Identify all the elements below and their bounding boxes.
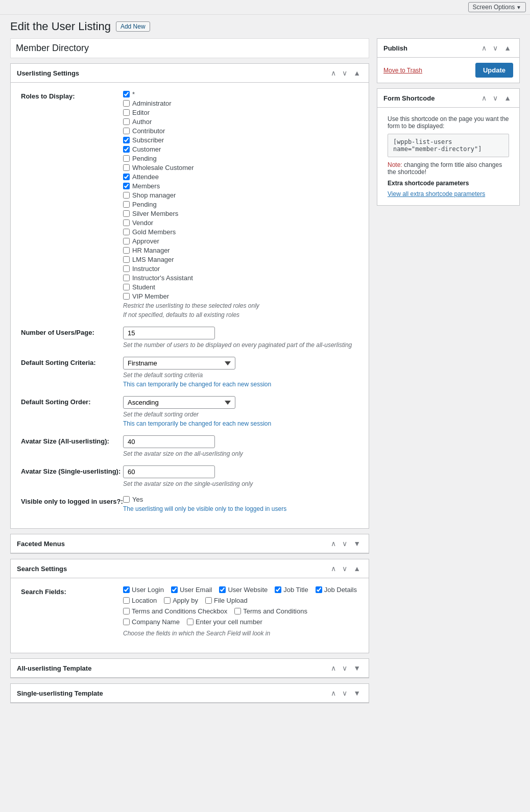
avatar-single-input[interactable]: [123, 465, 215, 478]
role-checkbox-author[interactable]: [123, 118, 130, 125]
all-template-collapse-up[interactable]: ∧: [329, 663, 338, 673]
screen-options-button[interactable]: Screen Options: [468, 2, 526, 12]
form-shortcode-header[interactable]: Form Shortcode ∧ ∨ ▲: [377, 89, 519, 108]
role-checkbox-contributor[interactable]: [123, 128, 130, 134]
search-checkbox-apply-by[interactable]: [164, 597, 171, 604]
main-layout: Userlisting Settings ∧ ∨ ▲ Roles to Disp…: [0, 38, 530, 719]
roles-list: * Administrator Editor: [123, 90, 358, 300]
shortcode-box[interactable]: [wppb-list-users name="member-directory"…: [388, 134, 509, 157]
role-label-pending1: Pending: [132, 155, 157, 162]
sorting-criteria-select[interactable]: Firstname Lastname Username Email: [123, 357, 235, 370]
search-checkbox-location[interactable]: [123, 597, 130, 604]
title-input[interactable]: [11, 39, 369, 58]
panel-toggle[interactable]: ▲: [351, 68, 363, 78]
avatar-all-input[interactable]: [123, 435, 215, 448]
add-new-button[interactable]: Add New: [116, 21, 150, 32]
single-userlisting-template-header[interactable]: Single-userlisting Template ∧ ∨ ▼: [11, 684, 369, 703]
search-toggle[interactable]: ▲: [351, 563, 363, 574]
search-label-job-title: Job Title: [283, 586, 308, 594]
role-label-administrator: Administrator: [132, 100, 172, 107]
role-checkbox-silver[interactable]: [123, 210, 130, 217]
role-checkbox-star[interactable]: [123, 91, 130, 97]
single-template-collapse-up[interactable]: ∧: [329, 688, 338, 698]
role-checkbox-gold[interactable]: [123, 229, 130, 235]
search-label-cell-number: Enter your cell number: [196, 618, 262, 626]
role-checkbox-approver[interactable]: [123, 238, 130, 244]
search-checkbox-file-upload[interactable]: [205, 597, 212, 604]
search-checkbox-tnc[interactable]: [234, 608, 241, 614]
shortcode-collapse-up[interactable]: ∧: [479, 93, 489, 103]
faceted-toggle[interactable]: ▼: [351, 538, 363, 549]
search-checkbox-user-website[interactable]: [219, 586, 226, 593]
role-checkbox-hr-manager[interactable]: [123, 247, 130, 254]
publish-collapse-up[interactable]: ∧: [479, 43, 489, 53]
search-collapse-up[interactable]: ∧: [329, 563, 338, 574]
search-settings-header[interactable]: Search Settings ∧ ∨ ▲: [11, 559, 369, 578]
role-checkbox-pending1[interactable]: [123, 155, 130, 162]
single-userlisting-template-title: Single-userlisting Template: [17, 690, 103, 697]
note-text: changing the form title also changes the…: [388, 161, 502, 176]
view-extra-shortcode-link[interactable]: View all extra shortcode parameters: [388, 190, 485, 198]
role-checkbox-administrator[interactable]: [123, 100, 130, 107]
sorting-criteria-help2: This can temporarily be changed for each…: [123, 381, 358, 388]
search-checkbox-user-login[interactable]: [123, 586, 130, 593]
role-checkbox-attendee[interactable]: [123, 174, 130, 180]
role-checkbox-lms-manager[interactable]: [123, 256, 130, 263]
search-checkbox-company-name[interactable]: [123, 619, 130, 625]
move-to-trash-button[interactable]: Move to Trash: [383, 67, 422, 74]
role-checkbox-shop-manager[interactable]: [123, 192, 130, 199]
role-checkbox-vendor[interactable]: [123, 219, 130, 226]
userlisting-settings-header[interactable]: Userlisting Settings ∧ ∨ ▲: [11, 64, 369, 83]
roles-content: * Administrator Editor: [123, 90, 358, 318]
role-checkbox-pending2[interactable]: [123, 201, 130, 208]
update-button[interactable]: Update: [475, 63, 513, 78]
search-checkbox-job-details[interactable]: [316, 586, 322, 593]
sorting-order-select[interactable]: Ascending Descending: [123, 396, 235, 409]
search-checkbox-cell-number[interactable]: [187, 619, 194, 625]
all-template-toggle[interactable]: ▼: [351, 663, 363, 673]
single-template-collapse-down[interactable]: ∨: [340, 688, 349, 698]
role-checkbox-instructors-assistant[interactable]: [123, 275, 130, 281]
all-template-collapse-down[interactable]: ∨: [340, 663, 349, 673]
search-label-tnc: Terms and Conditions: [243, 607, 307, 615]
faceted-collapse-up[interactable]: ∧: [329, 538, 338, 549]
search-checkbox-user-email[interactable]: [171, 586, 178, 593]
role-item-wholesale: Wholesale Customer: [123, 164, 358, 171]
role-checkbox-instructor[interactable]: [123, 265, 130, 272]
search-checkbox-tnc-checkbox[interactable]: [123, 608, 130, 614]
publish-toggle[interactable]: ▲: [502, 43, 513, 53]
faceted-menus-header[interactable]: Faceted Menus ∧ ∨ ▼: [11, 534, 369, 553]
panel-collapse-up[interactable]: ∧: [329, 68, 338, 78]
users-per-page-input[interactable]: [123, 327, 215, 339]
role-label-approver: Approver: [132, 237, 159, 245]
shortcode-collapse-down[interactable]: ∨: [491, 93, 500, 103]
publish-header[interactable]: Publish ∧ ∨ ▲: [377, 39, 519, 58]
faceted-collapse-down[interactable]: ∨: [340, 538, 349, 549]
sorting-criteria-help1: Set the default sorting criteria: [123, 372, 358, 379]
role-checkbox-subscriber[interactable]: [123, 137, 130, 143]
role-checkbox-vip[interactable]: [123, 293, 130, 300]
role-checkbox-editor[interactable]: [123, 109, 130, 116]
publish-collapse-down[interactable]: ∨: [491, 43, 500, 53]
role-checkbox-members[interactable]: [123, 183, 130, 189]
sorting-order-row: Default Sorting Order: Ascending Descend…: [21, 396, 358, 427]
single-template-toggle[interactable]: ▼: [351, 688, 363, 698]
role-checkbox-wholesale[interactable]: [123, 164, 130, 171]
role-label-silver: Silver Members: [132, 210, 178, 217]
role-label-attendee: Attendee: [132, 173, 159, 181]
visible-logged-checkbox[interactable]: [123, 496, 130, 503]
search-checkbox-job-title[interactable]: [275, 586, 281, 593]
panel-collapse-down[interactable]: ∨: [340, 68, 349, 78]
search-field-apply-by: Apply by: [164, 597, 198, 604]
role-item-student: Student: [123, 283, 358, 291]
shortcode-toggle[interactable]: ▲: [502, 93, 513, 103]
single-template-panel-controls: ∧ ∨ ▼: [329, 688, 363, 698]
role-checkbox-customer[interactable]: [123, 146, 130, 153]
all-userlisting-template-header[interactable]: All-userlisting Template ∧ ∨ ▼: [11, 659, 369, 678]
sorting-order-help2: This can temporarily be changed for each…: [123, 420, 358, 427]
role-checkbox-student[interactable]: [123, 284, 130, 290]
page-title: Edit the User Listing: [10, 20, 111, 33]
search-collapse-down[interactable]: ∨: [340, 563, 349, 574]
shortcode-panel-controls: ∧ ∨ ▲: [479, 93, 513, 103]
roles-help1: Restrict the userlisting to these select…: [123, 302, 358, 309]
